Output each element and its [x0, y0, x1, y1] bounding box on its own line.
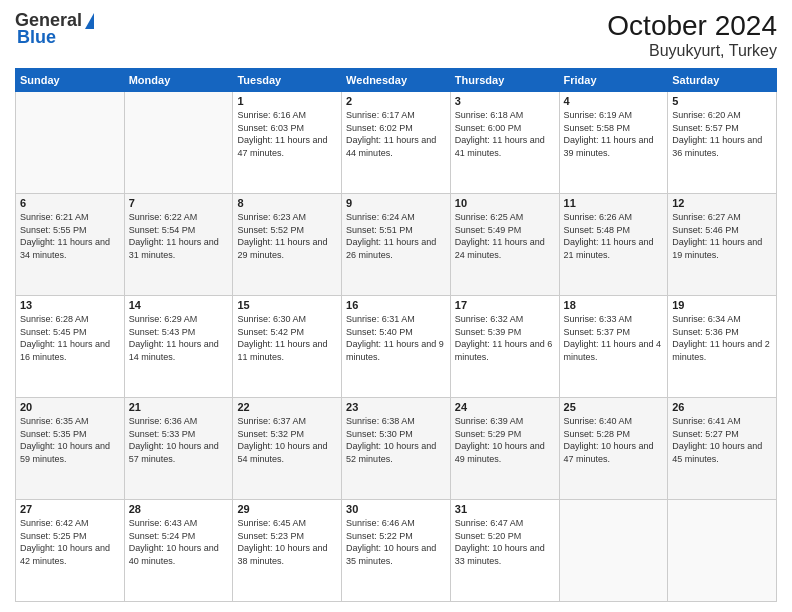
calendar-cell: 15Sunrise: 6:30 AMSunset: 5:42 PMDayligh…: [233, 296, 342, 398]
day-info: Sunrise: 6:39 AMSunset: 5:29 PMDaylight:…: [455, 415, 555, 465]
day-number: 28: [129, 503, 229, 515]
calendar-cell: 1Sunrise: 6:16 AMSunset: 6:03 PMDaylight…: [233, 92, 342, 194]
calendar-cell: 3Sunrise: 6:18 AMSunset: 6:00 PMDaylight…: [450, 92, 559, 194]
day-info: Sunrise: 6:43 AMSunset: 5:24 PMDaylight:…: [129, 517, 229, 567]
day-number: 2: [346, 95, 446, 107]
header-friday: Friday: [559, 69, 668, 92]
day-info: Sunrise: 6:31 AMSunset: 5:40 PMDaylight:…: [346, 313, 446, 363]
day-number: 1: [237, 95, 337, 107]
calendar-cell: 10Sunrise: 6:25 AMSunset: 5:49 PMDayligh…: [450, 194, 559, 296]
day-number: 12: [672, 197, 772, 209]
calendar-cell: 18Sunrise: 6:33 AMSunset: 5:37 PMDayligh…: [559, 296, 668, 398]
calendar-week-5: 27Sunrise: 6:42 AMSunset: 5:25 PMDayligh…: [16, 500, 777, 602]
month-title: October 2024: [607, 10, 777, 42]
day-number: 21: [129, 401, 229, 413]
day-number: 16: [346, 299, 446, 311]
day-number: 20: [20, 401, 120, 413]
day-number: 8: [237, 197, 337, 209]
calendar-cell: 20Sunrise: 6:35 AMSunset: 5:35 PMDayligh…: [16, 398, 125, 500]
calendar-cell: 31Sunrise: 6:47 AMSunset: 5:20 PMDayligh…: [450, 500, 559, 602]
day-info: Sunrise: 6:38 AMSunset: 5:30 PMDaylight:…: [346, 415, 446, 465]
day-info: Sunrise: 6:46 AMSunset: 5:22 PMDaylight:…: [346, 517, 446, 567]
calendar-cell: 14Sunrise: 6:29 AMSunset: 5:43 PMDayligh…: [124, 296, 233, 398]
day-number: 13: [20, 299, 120, 311]
calendar-cell: 22Sunrise: 6:37 AMSunset: 5:32 PMDayligh…: [233, 398, 342, 500]
calendar-week-2: 6Sunrise: 6:21 AMSunset: 5:55 PMDaylight…: [16, 194, 777, 296]
calendar-cell: 30Sunrise: 6:46 AMSunset: 5:22 PMDayligh…: [342, 500, 451, 602]
calendar-cell: 4Sunrise: 6:19 AMSunset: 5:58 PMDaylight…: [559, 92, 668, 194]
day-info: Sunrise: 6:21 AMSunset: 5:55 PMDaylight:…: [20, 211, 120, 261]
day-info: Sunrise: 6:29 AMSunset: 5:43 PMDaylight:…: [129, 313, 229, 363]
calendar-cell: 26Sunrise: 6:41 AMSunset: 5:27 PMDayligh…: [668, 398, 777, 500]
day-info: Sunrise: 6:35 AMSunset: 5:35 PMDaylight:…: [20, 415, 120, 465]
calendar-cell: 7Sunrise: 6:22 AMSunset: 5:54 PMDaylight…: [124, 194, 233, 296]
calendar-week-3: 13Sunrise: 6:28 AMSunset: 5:45 PMDayligh…: [16, 296, 777, 398]
calendar-page: General Blue October 2024 Buyukyurt, Tur…: [0, 0, 792, 612]
day-number: 24: [455, 401, 555, 413]
day-number: 14: [129, 299, 229, 311]
calendar-cell: [124, 92, 233, 194]
day-number: 23: [346, 401, 446, 413]
calendar-cell: 19Sunrise: 6:34 AMSunset: 5:36 PMDayligh…: [668, 296, 777, 398]
day-number: 25: [564, 401, 664, 413]
calendar-cell: 6Sunrise: 6:21 AMSunset: 5:55 PMDaylight…: [16, 194, 125, 296]
calendar-cell: 24Sunrise: 6:39 AMSunset: 5:29 PMDayligh…: [450, 398, 559, 500]
calendar-cell: 25Sunrise: 6:40 AMSunset: 5:28 PMDayligh…: [559, 398, 668, 500]
day-info: Sunrise: 6:34 AMSunset: 5:36 PMDaylight:…: [672, 313, 772, 363]
day-number: 11: [564, 197, 664, 209]
day-info: Sunrise: 6:40 AMSunset: 5:28 PMDaylight:…: [564, 415, 664, 465]
day-number: 3: [455, 95, 555, 107]
day-info: Sunrise: 6:27 AMSunset: 5:46 PMDaylight:…: [672, 211, 772, 261]
day-number: 15: [237, 299, 337, 311]
day-info: Sunrise: 6:24 AMSunset: 5:51 PMDaylight:…: [346, 211, 446, 261]
day-number: 7: [129, 197, 229, 209]
day-number: 5: [672, 95, 772, 107]
day-info: Sunrise: 6:19 AMSunset: 5:58 PMDaylight:…: [564, 109, 664, 159]
calendar-cell: [668, 500, 777, 602]
day-info: Sunrise: 6:45 AMSunset: 5:23 PMDaylight:…: [237, 517, 337, 567]
calendar-cell: [559, 500, 668, 602]
day-number: 10: [455, 197, 555, 209]
calendar-cell: 27Sunrise: 6:42 AMSunset: 5:25 PMDayligh…: [16, 500, 125, 602]
day-number: 29: [237, 503, 337, 515]
calendar-cell: 23Sunrise: 6:38 AMSunset: 5:30 PMDayligh…: [342, 398, 451, 500]
day-info: Sunrise: 6:26 AMSunset: 5:48 PMDaylight:…: [564, 211, 664, 261]
day-number: 30: [346, 503, 446, 515]
day-info: Sunrise: 6:47 AMSunset: 5:20 PMDaylight:…: [455, 517, 555, 567]
day-number: 18: [564, 299, 664, 311]
day-info: Sunrise: 6:30 AMSunset: 5:42 PMDaylight:…: [237, 313, 337, 363]
day-info: Sunrise: 6:28 AMSunset: 5:45 PMDaylight:…: [20, 313, 120, 363]
day-info: Sunrise: 6:33 AMSunset: 5:37 PMDaylight:…: [564, 313, 664, 363]
day-number: 19: [672, 299, 772, 311]
day-info: Sunrise: 6:18 AMSunset: 6:00 PMDaylight:…: [455, 109, 555, 159]
calendar-table: Sunday Monday Tuesday Wednesday Thursday…: [15, 68, 777, 602]
day-info: Sunrise: 6:20 AMSunset: 5:57 PMDaylight:…: [672, 109, 772, 159]
header-thursday: Thursday: [450, 69, 559, 92]
calendar-week-4: 20Sunrise: 6:35 AMSunset: 5:35 PMDayligh…: [16, 398, 777, 500]
title-block: October 2024 Buyukyurt, Turkey: [607, 10, 777, 60]
day-number: 9: [346, 197, 446, 209]
calendar-cell: 12Sunrise: 6:27 AMSunset: 5:46 PMDayligh…: [668, 194, 777, 296]
logo-triangle-icon: [85, 13, 94, 29]
day-info: Sunrise: 6:42 AMSunset: 5:25 PMDaylight:…: [20, 517, 120, 567]
calendar-cell: 9Sunrise: 6:24 AMSunset: 5:51 PMDaylight…: [342, 194, 451, 296]
calendar-cell: 21Sunrise: 6:36 AMSunset: 5:33 PMDayligh…: [124, 398, 233, 500]
day-info: Sunrise: 6:37 AMSunset: 5:32 PMDaylight:…: [237, 415, 337, 465]
day-info: Sunrise: 6:36 AMSunset: 5:33 PMDaylight:…: [129, 415, 229, 465]
day-number: 4: [564, 95, 664, 107]
calendar-cell: 5Sunrise: 6:20 AMSunset: 5:57 PMDaylight…: [668, 92, 777, 194]
day-info: Sunrise: 6:23 AMSunset: 5:52 PMDaylight:…: [237, 211, 337, 261]
calendar-cell: 11Sunrise: 6:26 AMSunset: 5:48 PMDayligh…: [559, 194, 668, 296]
header-monday: Monday: [124, 69, 233, 92]
calendar-cell: 28Sunrise: 6:43 AMSunset: 5:24 PMDayligh…: [124, 500, 233, 602]
day-number: 31: [455, 503, 555, 515]
day-info: Sunrise: 6:32 AMSunset: 5:39 PMDaylight:…: [455, 313, 555, 363]
logo-blue-text: Blue: [15, 27, 56, 48]
day-number: 22: [237, 401, 337, 413]
header-sunday: Sunday: [16, 69, 125, 92]
day-number: 6: [20, 197, 120, 209]
day-info: Sunrise: 6:16 AMSunset: 6:03 PMDaylight:…: [237, 109, 337, 159]
day-number: 17: [455, 299, 555, 311]
calendar-cell: [16, 92, 125, 194]
day-number: 27: [20, 503, 120, 515]
